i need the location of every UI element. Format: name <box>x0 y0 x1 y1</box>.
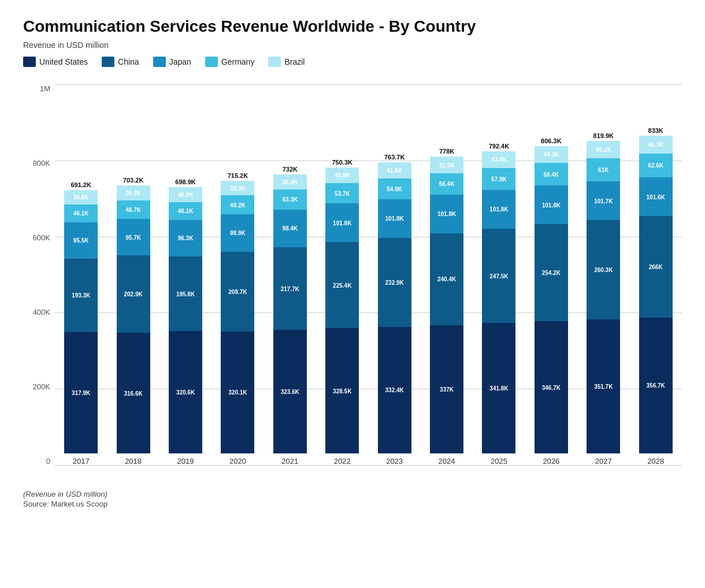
x-axis-label: 2024 <box>439 457 455 466</box>
legend-item: Brazil <box>268 57 305 67</box>
bar-total-label: 703.2K <box>123 177 143 184</box>
legend-label: Brazil <box>284 57 305 66</box>
bar-segment: 101.8K <box>535 185 568 224</box>
bar-segment: 46.1K <box>639 136 673 153</box>
bar-total-label: 763.7K <box>384 154 405 161</box>
bar-segment: 320.6K <box>169 331 202 453</box>
x-axis-label: 2021 <box>281 457 298 466</box>
bar-total-label: 750.3K <box>332 159 352 166</box>
bar-segment-label: 328.5K <box>333 388 351 394</box>
bar-stack: 332.4K232.9K101.8K54.9K41.6K <box>378 162 411 453</box>
chart-area: 0200K400K600K800K1M 691.2K317.9K193.3K95… <box>23 79 682 483</box>
bar-segment: 57.9K <box>482 168 515 190</box>
bar-segment: 53.7K <box>325 183 359 203</box>
chart-subtitle: Revenue in USD million <box>23 40 682 50</box>
bar-stack: 320.1K208.7K98.9K49.2K38.3K <box>221 181 254 453</box>
bar-segment: 101.8K <box>325 203 359 242</box>
bar-segment-label: 38.9K <box>282 178 298 185</box>
bar-segment: 195.8K <box>169 256 202 331</box>
y-axis-label: 1M <box>23 84 55 93</box>
bar-segment-label: 49.2K <box>230 202 246 208</box>
bar-segment: 193.3K <box>64 259 98 333</box>
bar-segment: 101.8K <box>378 199 411 238</box>
bar-segment: 260.3K <box>587 220 620 319</box>
bar-segment-label: 266K <box>649 263 663 270</box>
bar-segment-label: 341.8K <box>489 385 508 392</box>
bar-segment: 247.5K <box>482 229 515 323</box>
bar-segment: 38.6K <box>64 190 98 204</box>
x-axis-label: 2022 <box>334 457 351 466</box>
bar-segment-label: 240.4K <box>437 276 456 282</box>
bar-total-label: 715.2K <box>228 172 248 179</box>
bar-segment-label: 46.1K <box>648 142 663 148</box>
bar-segment: 40.9K <box>325 168 359 183</box>
bar-segment-label: 225.4K <box>333 282 351 288</box>
bar-segment-label: 95.7K <box>125 234 141 240</box>
bar-segment: 332.4K <box>378 327 411 453</box>
bar-segment: 59.4K <box>535 163 568 185</box>
y-axis-label: 200K <box>23 382 55 391</box>
legend-label: Germany <box>221 57 255 66</box>
y-axis-label: 600K <box>23 233 55 242</box>
bar-stack: 316.6K202.9K95.7K48.7K39.3K <box>117 185 150 453</box>
bar-segment: 225.4K <box>325 242 359 328</box>
bar-segment-label: 59.4K <box>544 171 559 177</box>
bar-segment-label: 337K <box>440 386 454 392</box>
bar-segment-label: 208.7K <box>228 288 247 295</box>
bar-segment: 101.6K <box>639 177 673 216</box>
bar-segment: 61K <box>587 158 620 181</box>
legend-item: Japan <box>153 57 191 67</box>
bar-segment-label: 61K <box>598 166 608 173</box>
bar-segment-label: 247.5K <box>489 273 508 279</box>
bar-segment: 98.9K <box>221 214 254 252</box>
bar-segment: 56.4K <box>430 173 463 195</box>
bar-segment: 38.3K <box>221 181 254 195</box>
bar-segment: 254.2K <box>535 224 568 321</box>
x-axis-label: 2020 <box>229 457 246 466</box>
bar-segment-label: 42.5K <box>439 162 455 168</box>
bar-segment-label: 54.9K <box>387 185 402 192</box>
bar-segment: 356.7K <box>639 318 673 453</box>
legend-color-swatch <box>268 57 281 67</box>
bar-segment-label: 40.2K <box>178 191 194 198</box>
bar-segment-label: 193.3K <box>72 292 90 299</box>
bar-segment-label: 48.7K <box>125 206 141 213</box>
legend-color-swatch <box>102 57 114 67</box>
bar-group: 715.2K320.1K208.7K98.9K49.2K38.3K2020 <box>216 172 259 466</box>
bar-total-label: 691.2K <box>70 181 91 188</box>
x-axis-label: 2025 <box>491 457 507 466</box>
bar-segment: 48.7K <box>117 200 150 219</box>
bar-segment: 101.7K <box>587 181 620 220</box>
chart-inner: 691.2K317.9K193.3K95.5K46.1K38.6K2017703… <box>55 79 682 483</box>
bar-segment-label: 53.7K <box>335 190 350 196</box>
bar-stack: 328.5K225.4K101.8K53.7K40.9K <box>325 168 359 453</box>
y-axis: 0200K400K600K800K1M <box>23 79 55 483</box>
legend-color-swatch <box>205 57 218 67</box>
bar-group: 792.4K341.8K247.5K101.8K57.9K43.4K2025 <box>477 143 521 466</box>
bar-segment-label: 46.1K <box>73 210 89 217</box>
bar-segment-label: 195.8K <box>176 291 195 297</box>
bar-total-label: 698.9K <box>175 178 195 185</box>
bar-total-label: 792.4K <box>489 143 509 150</box>
bar-segment: 62.6K <box>639 154 673 177</box>
bar-segment: 328.5K <box>325 328 359 453</box>
bar-segment-label: 98.4K <box>282 225 298 232</box>
bar-segment-label: 217.7K <box>281 285 299 292</box>
x-axis-label: 2017 <box>73 457 90 466</box>
bar-segment: 39.3K <box>117 185 150 200</box>
bar-group: 833K356.7K266K101.6K62.6K46.1K2028 <box>634 127 677 466</box>
bar-segment: 45.2K <box>587 141 620 158</box>
bar-total-label: 806.3K <box>541 137 561 144</box>
bar-segment-label: 101.8K <box>489 206 508 213</box>
bar-segment: 95.7K <box>117 219 150 255</box>
bar-segment: 346.7K <box>535 321 568 453</box>
bar-segment: 351.7K <box>587 319 620 453</box>
bar-segment-label: 101.8K <box>385 215 404 222</box>
legend-label: China <box>118 57 139 66</box>
bar-segment: 43.4K <box>482 151 515 168</box>
x-axis-label: 2019 <box>177 457 194 466</box>
bar-segment-label: 40.9K <box>335 172 350 178</box>
bar-stack: 351.7K260.3K101.7K61K45.2K <box>587 141 620 453</box>
bar-segment: 320.1K <box>221 332 254 453</box>
bar-segment: 337K <box>430 325 463 453</box>
